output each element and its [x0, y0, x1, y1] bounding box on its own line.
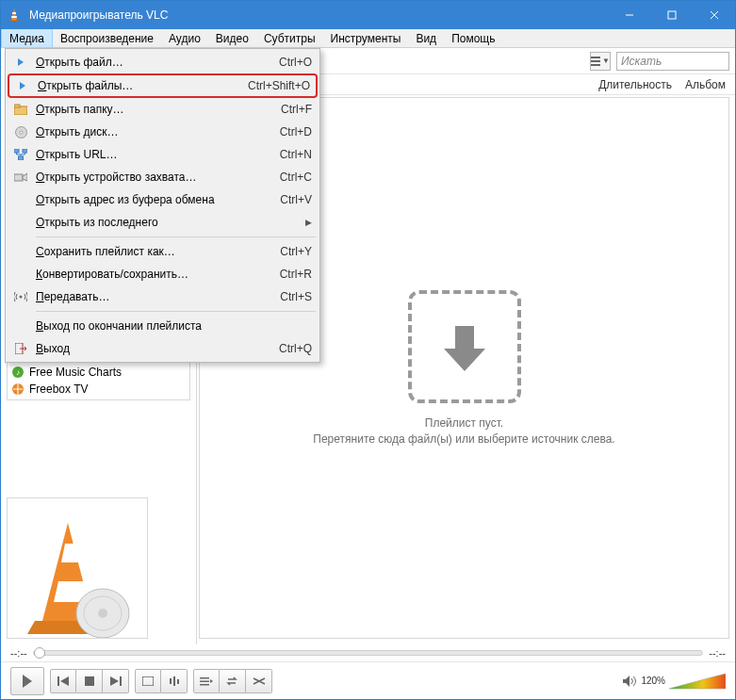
svg-rect-28: [120, 676, 122, 686]
svg-rect-32: [177, 679, 179, 684]
next-button[interactable]: [103, 669, 129, 693]
menu-item[interactable]: Открыть из последнего▶: [8, 211, 318, 234]
prev-button[interactable]: [50, 669, 76, 693]
sidebar-item-label: Freebox TV: [29, 383, 88, 396]
menu-item[interactable]: ВыходCtrl+Q: [8, 337, 318, 360]
blank-icon: [11, 215, 30, 230]
menu-separator: [36, 311, 316, 312]
svg-rect-3: [9, 21, 19, 23]
sidebar-item-freemusic[interactable]: ♪ Free Music Charts: [8, 364, 189, 381]
svg-rect-2: [11, 16, 17, 18]
menu-audio[interactable]: Аудио: [161, 29, 208, 47]
svg-rect-29: [142, 676, 154, 686]
menu-media[interactable]: Медиа: [1, 29, 53, 47]
maximize-button[interactable]: [650, 2, 693, 29]
fullscreen-button[interactable]: [135, 669, 161, 693]
time-remaining: --:--: [709, 647, 726, 659]
menu-item-label: Выход по окончании плейлиста: [30, 319, 303, 333]
menu-playback[interactable]: Воспроизведение: [53, 29, 161, 47]
svg-rect-20: [591, 57, 600, 58]
play-icon: [11, 55, 30, 70]
network-icon: [11, 147, 30, 162]
col-duration[interactable]: Длительность: [598, 78, 672, 91]
menu-item-label: Конвертировать/сохранить…: [30, 268, 270, 281]
submenu-arrow-icon: ▶: [305, 218, 312, 227]
svg-rect-31: [173, 676, 175, 686]
menu-item-label: Открыть диск…: [30, 125, 270, 138]
loop-icon: [226, 676, 239, 686]
svg-rect-1: [12, 12, 16, 14]
svg-rect-5: [668, 11, 676, 19]
play-button[interactable]: [10, 667, 44, 695]
capture-icon: [11, 170, 30, 185]
folder-icon: [11, 102, 30, 117]
menu-tools[interactable]: Инструменты: [323, 29, 409, 47]
seek-track[interactable]: [33, 650, 704, 656]
menu-item[interactable]: Сохранить плейлист как…Ctrl+Y: [8, 240, 318, 263]
col-album[interactable]: Альбом: [685, 78, 726, 91]
svg-rect-46: [19, 156, 24, 160]
speaker-icon[interactable]: [622, 675, 637, 688]
equalizer-icon: [169, 676, 180, 686]
playlist-button[interactable]: [193, 669, 220, 693]
menu-item[interactable]: Открыть файлы…Ctrl+Shift+O: [8, 73, 318, 98]
svg-rect-30: [170, 678, 172, 684]
volume-slider[interactable]: [669, 672, 726, 691]
svg-point-49: [20, 296, 23, 299]
menubar: Медиа Воспроизведение Аудио Видео Субтит…: [1, 29, 735, 48]
titlebar: Медиапроигрыватель VLC: [1, 1, 735, 29]
menu-item[interactable]: Выход по окончании плейлиста: [8, 315, 318, 337]
svg-marker-23: [444, 326, 485, 371]
drop-target-icon: [408, 290, 521, 403]
svg-rect-47: [14, 174, 23, 181]
menu-item[interactable]: Конвертировать/сохранить…Ctrl+R: [8, 263, 318, 285]
svg-marker-36: [210, 679, 213, 683]
menu-subtitles[interactable]: Субтитры: [256, 29, 323, 47]
menu-item-shortcut: Ctrl+O: [270, 56, 312, 69]
menu-item[interactable]: Открыть папку…Ctrl+F: [8, 98, 318, 121]
seek-thumb[interactable]: [34, 647, 45, 659]
menu-item[interactable]: Открыть файл…Ctrl+O: [8, 51, 318, 73]
minimize-button[interactable]: [608, 2, 650, 29]
svg-marker-25: [60, 676, 69, 686]
menu-view[interactable]: Вид: [408, 29, 444, 47]
menu-item[interactable]: Открыть URL…Ctrl+N: [8, 143, 318, 166]
exit-icon: [11, 341, 30, 356]
media-menu-dropdown: Открыть файл…Ctrl+OОткрыть файлы…Ctrl+Sh…: [5, 48, 320, 363]
menu-item-shortcut: Ctrl+Shift+O: [238, 79, 310, 92]
menu-item[interactable]: Открыть устройство захвата…Ctrl+C: [8, 166, 318, 188]
view-mode-button[interactable]: ▼: [590, 52, 611, 71]
close-button[interactable]: [693, 2, 735, 29]
ext-settings-button[interactable]: [161, 669, 188, 693]
menu-help[interactable]: Помощь: [444, 29, 502, 47]
shuffle-button[interactable]: [246, 669, 272, 693]
skip-forward-icon: [110, 676, 122, 686]
menu-item-label: Открыть URL…: [30, 148, 270, 161]
menu-video[interactable]: Видео: [208, 29, 256, 47]
window-title: Медиапроигрыватель VLC: [29, 8, 608, 22]
empty-title: Плейлист пуст.: [425, 416, 503, 430]
menu-item-label: Сохранить плейлист как…: [30, 245, 270, 258]
play-icon: [23, 675, 32, 688]
menu-item[interactable]: Передавать…Ctrl+S: [8, 285, 318, 308]
stop-icon: [85, 676, 94, 686]
blank-icon: [11, 318, 30, 334]
menu-item-label: Открыть устройство захвата…: [30, 171, 270, 184]
svg-rect-44: [14, 149, 19, 153]
stop-button[interactable]: [76, 669, 103, 693]
vlc-cone-icon: [7, 8, 22, 23]
stream-icon: [11, 289, 30, 304]
svg-text:♪: ♪: [16, 368, 20, 377]
svg-marker-0: [11, 8, 17, 21]
loop-button[interactable]: [220, 669, 246, 693]
menu-item[interactable]: Открыть адрес из буфера обменаCtrl+V: [8, 188, 318, 211]
search-placeholder: Искать: [621, 55, 662, 68]
search-input[interactable]: Искать: [616, 52, 729, 71]
vlc-cone-art-icon: [16, 515, 139, 638]
menu-item[interactable]: Открыть диск…Ctrl+D: [8, 121, 318, 143]
seek-bar: --:-- --:--: [1, 644, 735, 661]
menu-item-shortcut: Ctrl+V: [270, 193, 312, 206]
svg-rect-41: [14, 105, 20, 107]
svg-marker-48: [23, 173, 27, 181]
sidebar-item-freebox2[interactable]: Freebox TV: [8, 381, 189, 398]
